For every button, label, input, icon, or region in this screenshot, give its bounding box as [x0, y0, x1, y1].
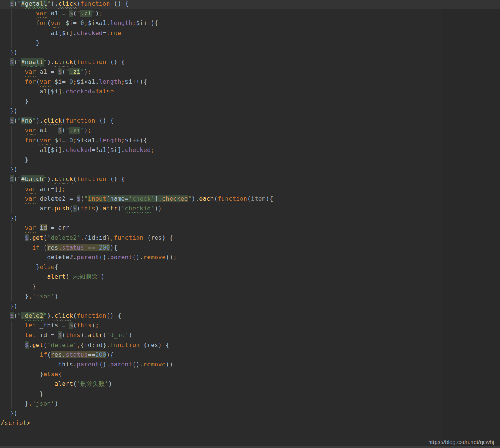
code-token: ": [84, 195, 88, 202]
code-line[interactable]: let _this = $(this);: [0, 321, 500, 330]
code-token: ).: [95, 205, 103, 212]
code-token: .zi: [69, 68, 80, 75]
code-token: '未知删除': [69, 273, 101, 280]
code-token: ": [17, 117, 21, 124]
code-line[interactable]: }: [0, 38, 500, 48]
code-token: status: [62, 244, 84, 251]
code-line[interactable]: alert('删除失败'): [0, 379, 500, 389]
code-token: ": [17, 175, 21, 182]
code-line[interactable]: }): [0, 165, 500, 174]
code-line[interactable]: $.get('delete',{id:id},function (res) {: [0, 340, 500, 350]
code-token: (: [36, 78, 40, 85]
code-line[interactable]: }): [0, 106, 500, 116]
code-line[interactable]: }else{: [0, 262, 500, 272]
code-token: $: [69, 10, 73, 17]
code-line[interactable]: var a1 = $(".zi");: [0, 67, 500, 77]
code-token: ': [121, 205, 125, 212]
code-line[interactable]: for(var $i= 0;$i<a1.length;$i++){: [0, 77, 500, 87]
code-token: }: [10, 283, 36, 290]
code-token: }): [10, 166, 17, 173]
code-token: each: [199, 195, 214, 202]
code-line[interactable]: $.get('delete2',{id:id},function (res) {: [0, 233, 500, 243]
code-token: ): [101, 273, 105, 280]
code-token: click: [54, 312, 73, 319]
code-line[interactable]: /script>: [0, 418, 500, 428]
code-token: delete2.: [10, 254, 77, 261]
code-token: ;: [121, 78, 125, 85]
code-line[interactable]: alert('未知删除'): [0, 272, 500, 282]
code-line[interactable]: _this.parent().parent().remove(): [0, 360, 500, 369]
code-token: (: [66, 273, 69, 280]
code-line[interactable]: arr.push($(this).attr('checkid')): [0, 204, 500, 213]
code-line[interactable]: $("#batch").click(function () {: [0, 174, 500, 184]
code-token: checked: [66, 146, 92, 153]
code-line[interactable]: var arr=[];: [0, 184, 500, 194]
code-line[interactable]: $("#no").click(function () {: [0, 116, 500, 125]
code-token: if: [32, 244, 40, 251]
code-line[interactable]: }): [0, 301, 500, 311]
code-token: a1 =: [47, 10, 70, 17]
code-line[interactable]: }else{: [0, 369, 500, 379]
code-line[interactable]: }): [0, 48, 500, 57]
code-line[interactable]: }): [0, 213, 500, 223]
code-token: (: [62, 331, 66, 339]
code-token: () {: [110, 0, 129, 7]
code-token: parent: [110, 254, 133, 261]
code-token: .: [21, 312, 25, 319]
code-token: ": [17, 58, 21, 66]
code-token: [10, 68, 25, 75]
code-line[interactable]: }: [0, 389, 500, 399]
code-line[interactable]: delete2.parent().parent().remove();: [0, 252, 500, 262]
code-line[interactable]: }: [0, 282, 500, 291]
code-token: {id:id}: [84, 234, 110, 241]
code-line[interactable]: var a1 = $(".zi");: [0, 9, 500, 18]
code-line[interactable]: }: [0, 96, 500, 106]
code-line[interactable]: var a1 = $(".zi");: [0, 125, 500, 135]
code-token: $: [10, 117, 14, 124]
code-token: [10, 185, 25, 193]
code-line[interactable]: var id = arr: [0, 223, 500, 233]
editor-screenshot: { "editor": { "language": "javascript", …: [0, 0, 500, 448]
code-line[interactable]: if(res.status==200){: [0, 350, 500, 360]
code-line[interactable]: for(var $i= 0;$i<a1.length;$i++){: [0, 18, 500, 28]
code-token: $: [25, 341, 29, 349]
code-token: ;: [73, 137, 77, 144]
code-token: ,: [106, 341, 110, 349]
code-token: ().: [132, 361, 143, 368]
code-token: for: [25, 78, 36, 85]
code-token: parent: [77, 361, 99, 368]
code-line[interactable]: var delete2 = $("input[name='check']:che…: [0, 194, 500, 204]
code-token: $: [77, 195, 80, 202]
code-line[interactable]: },'json'): [0, 399, 500, 409]
code-line[interactable]: a1[$i].checked=false: [0, 87, 500, 96]
code-line[interactable]: $("#getall").click(function () {: [0, 0, 500, 9]
code-line[interactable]: if (res.status == 200){: [0, 243, 500, 252]
code-token: #batch: [21, 175, 44, 182]
code-line[interactable]: let id = $(this).attr('d_id'): [0, 330, 500, 340]
code-line[interactable]: }: [0, 155, 500, 165]
code-token: }: [10, 263, 40, 270]
code-token: ": [66, 127, 69, 134]
code-token: ;: [132, 19, 136, 26]
code-token: push: [54, 205, 69, 212]
code-line[interactable]: a1[$i].checked=!a1[$i].checked;: [0, 145, 500, 155]
code-line[interactable]: },'json'): [0, 292, 500, 301]
code-token: (: [77, 205, 80, 212]
code-editor[interactable]: $("#getall").click(function () { var a1 …: [0, 0, 500, 428]
code-line[interactable]: }): [0, 409, 500, 418]
code-line[interactable]: for(var $i= 0;$i<a1.length;$i++){: [0, 136, 500, 145]
code-token: ,: [29, 400, 32, 407]
code-token: parent: [77, 254, 99, 261]
code-token: ": [80, 127, 84, 134]
code-line[interactable]: $(".dele2").click(function() {: [0, 311, 500, 321]
code-token: else: [40, 263, 55, 270]
code-line[interactable]: a1[$i].checked=true: [0, 28, 500, 38]
code-token: ": [66, 68, 69, 75]
code-token: (: [69, 205, 73, 212]
code-token: length: [99, 78, 121, 85]
code-line[interactable]: $("#noall").click(function () {: [0, 57, 500, 67]
code-token: ).: [192, 195, 199, 202]
code-token: (: [14, 312, 17, 319]
code-token: ;: [62, 185, 66, 193]
code-token: var: [40, 137, 51, 144]
